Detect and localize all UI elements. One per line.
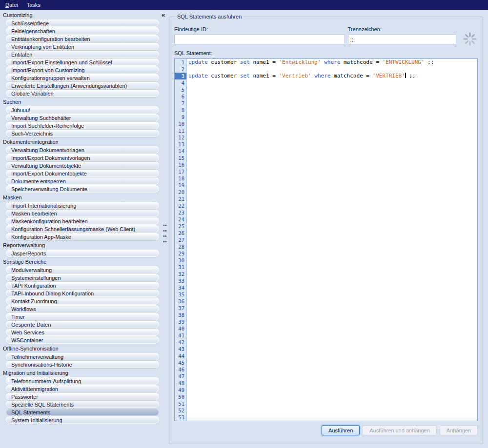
separator-input[interactable] [348,35,456,44]
sidebar-item-label: Schlüsselpflege [11,20,49,26]
sidebar-item[interactable]: Import Internationalisierung [6,202,159,209]
form-row: Eindeutige ID: Trennzeichen: [174,26,478,44]
sidebar-item-label: Such-Verzeichnis [11,131,53,136]
line-number: 15 [175,155,186,161]
code-line [188,202,477,209]
sidebar-item-label: Passwörter [11,394,38,400]
sidebar-item[interactable]: Import/Export Dokumentobjekte [6,170,159,177]
code-line [188,291,477,298]
sidebar-item[interactable]: Verwaltung Dokumentobjekte [6,162,159,169]
sidebar-item[interactable]: Web Services [6,329,159,336]
line-number: 28 [175,243,186,250]
append-button[interactable]: Anhängen [440,425,478,435]
line-number: 30 [175,257,186,264]
sidebar-item[interactable]: Maskenkonfiguration bearbeiten [6,217,159,225]
sidebar-item[interactable]: Erweiterte Einstellungen (Anwendungsvari… [6,82,159,89]
sidebar-item-label: Dokumentenintegration [3,139,59,145]
line-number: 6 [175,93,186,100]
line-number: 49 [175,387,186,393]
code-line [188,380,477,387]
sidebar-item[interactable]: Timer [6,313,159,320]
code-area[interactable]: update customer set name1 = 'Entwicklung… [187,59,477,421]
sidebar-item[interactable]: WSContainer [6,336,159,344]
execute-and-append-button[interactable]: Ausführen und anhängen [363,425,437,435]
code-line [188,387,477,393]
line-number: 52 [175,407,186,414]
menu-item-datei[interactable]: Datei [1,1,22,9]
line-number: 23 [175,209,186,216]
code-line [188,257,477,264]
sidebar-item[interactable]: Gesperrte Daten [6,321,159,328]
sidebar-item[interactable]: Konfiguration App-Maske [6,233,159,240]
sidebar-item[interactable]: TAPI Konfiguration [6,282,159,289]
splitter-grip-icon[interactable] [163,222,167,243]
line-number: 47 [175,373,186,380]
sidebar-item[interactable]: SQL Statements [6,409,159,416]
line-number: 40 [175,325,186,332]
code-line [188,114,477,120]
menu-item-tasks[interactable]: Tasks [22,1,45,9]
code-line [188,359,477,366]
collapse-sidebar-icon[interactable]: « [162,12,165,18]
sidebar-item[interactable]: Passwörter [6,393,159,400]
sidebar-item[interactable]: Kontakt Zuordnung [6,297,159,305]
unique-id-input[interactable] [174,35,345,44]
code-line: update customer set name1 = 'Vertrieb' w… [188,73,477,79]
line-number: 31 [175,264,186,271]
line-number: 12 [175,134,186,141]
sidebar-item[interactable]: Juhuuu! [6,106,159,114]
code-line [188,298,477,305]
sidebar-item[interactable]: Import/Export von Customizing [6,66,159,74]
sidebar-item[interactable]: JasperReports [6,250,159,257]
sidebar-item-label: Juhuuu! [11,107,30,113]
sidebar-item[interactable]: Konfigurationsgruppen verwalten [6,74,159,81]
line-number: 36 [175,298,186,305]
sidebar-item[interactable]: Feldeigenschaften [6,27,159,35]
sidebar-item[interactable]: Teilnehmerverwaltung [6,353,159,360]
sidebar-item-label: Konfiguration Schnellerfassungsmaske (We… [11,226,135,232]
sidebar-item[interactable]: Import/Export Dokumentvorlagen [6,154,159,161]
code-line [188,189,477,195]
sidebar-item[interactable]: Speicherverwaltung Dokumente [6,185,159,193]
code-line [188,346,477,352]
sidebar-item-label: Web Services [11,330,44,335]
sidebar-item-label: Systemeinstellungen [11,275,61,281]
sidebar-item[interactable]: Globale Variablen [6,90,159,97]
line-number: 13 [175,141,186,148]
sidebar-item[interactable]: Verknüpfung von Entitäten [6,43,159,50]
sidebar-splitter[interactable]: « [161,10,169,448]
sidebar-item[interactable]: Entitäten [6,51,159,58]
sidebar-item[interactable]: Synchronisations-Historie [6,361,159,368]
sidebar-item[interactable]: Modulverwaltung [6,266,159,273]
sidebar-item[interactable]: Masken bearbeiten [6,210,159,217]
sidebar-item[interactable]: Konfiguration Schnellerfassungsmaske (We… [6,225,159,233]
execute-button[interactable]: Ausführen [322,425,360,435]
sidebar-group-header: Masken [0,193,161,201]
sidebar-item[interactable]: Telefonnummern-Aufsplittung [6,377,159,385]
sidebar-item-label: System-Initialisierung [11,417,62,423]
line-number: 11 [175,127,186,134]
sidebar-item[interactable]: TAPI-Inbound Dialog Konfiguration [6,290,159,297]
code-line [188,230,477,236]
code-line [188,325,477,332]
code-line [188,352,477,359]
sidebar-item[interactable]: Import/Export Einstellungen und Schlüsse… [6,58,159,66]
code-line [188,407,477,414]
sidebar-item[interactable]: Aktivitätenmigration [6,385,159,392]
sidebar-item[interactable]: System-Initialisierung [6,416,159,424]
sidebar-item[interactable]: Schlüsselpflege [6,19,159,27]
sidebar-item[interactable]: Systemeinstellungen [6,274,159,281]
sidebar-item-label: Import/Export von Customizing [11,67,84,73]
sidebar-item[interactable]: Such-Verzeichnis [6,130,159,137]
sidebar-item[interactable]: Workflows [6,305,159,312]
code-line [188,243,477,250]
sidebar-item-label: Feldeigenschaften [11,28,55,34]
sidebar-group-header: Migration und Initialisierung [0,369,161,377]
sidebar-item[interactable]: Dokumente entsperren [6,177,159,185]
sidebar-item[interactable]: Verwaltung Suchbehälter [6,114,159,121]
sidebar-item[interactable]: Verwaltung Dokumentvorlagen [6,146,159,154]
sidebar-item[interactable]: Spezielle SQL Statements [6,401,159,408]
separator-field: Trennzeichen: [348,26,456,44]
sidebar-item[interactable]: Import Suchfelder-Reihenfolge [6,122,159,129]
sidebar-item[interactable]: Entitätenkonfiguration bearbeiten [6,35,159,42]
